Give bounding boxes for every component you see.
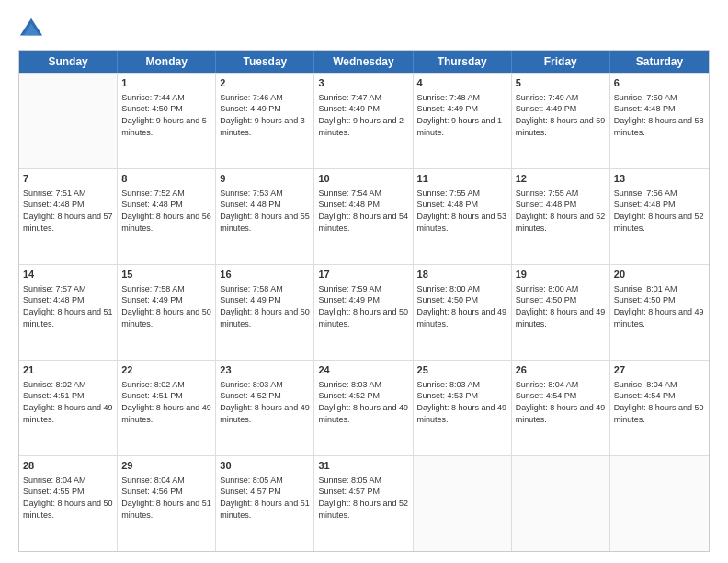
cell-details: Sunrise: 7:52 AMSunset: 4:48 PMDaylight:… [121,188,211,234]
day-number: 8 [121,172,211,186]
day-number: 29 [121,459,211,473]
cell-details: Sunrise: 7:49 AMSunset: 4:49 PMDaylight:… [516,92,606,138]
cal-cell-15: 15Sunrise: 7:58 AMSunset: 4:49 PMDayligh… [118,265,216,360]
day-number: 9 [220,172,310,186]
day-number: 2 [220,76,310,90]
cal-cell-8: 8Sunrise: 7:52 AMSunset: 4:48 PMDaylight… [118,169,216,264]
cell-details: Sunrise: 7:50 AMSunset: 4:48 PMDaylight:… [614,92,705,138]
cell-details: Sunrise: 8:00 AMSunset: 4:50 PMDaylight:… [516,283,606,329]
day-header-sunday: Sunday [19,51,118,73]
cell-details: Sunrise: 7:44 AMSunset: 4:50 PMDaylight:… [121,92,211,138]
cal-cell-empty-4-4 [414,456,512,551]
cal-cell-26: 26Sunrise: 8:04 AMSunset: 4:54 PMDayligh… [512,361,610,455]
cal-cell-31: 31Sunrise: 8:05 AMSunset: 4:57 PMDayligh… [314,456,413,551]
week-row-2: 7Sunrise: 7:51 AMSunset: 4:48 PMDaylight… [19,168,709,264]
cal-cell-29: 29Sunrise: 8:04 AMSunset: 4:56 PMDayligh… [118,456,216,551]
day-number: 7 [23,172,113,186]
cell-details: Sunrise: 8:03 AMSunset: 4:52 PMDaylight:… [318,379,408,425]
cal-cell-5: 5Sunrise: 7:49 AMSunset: 4:49 PMDaylight… [512,74,610,168]
cell-details: Sunrise: 8:04 AMSunset: 4:55 PMDaylight:… [23,475,113,521]
cell-details: Sunrise: 8:03 AMSunset: 4:53 PMDaylight:… [417,379,507,425]
cal-cell-28: 28Sunrise: 8:04 AMSunset: 4:55 PMDayligh… [19,456,118,551]
cal-cell-16: 16Sunrise: 7:58 AMSunset: 4:49 PMDayligh… [216,265,314,360]
cal-cell-19: 19Sunrise: 8:00 AMSunset: 4:50 PMDayligh… [512,265,610,360]
page: SundayMondayTuesdayWednesdayThursdayFrid… [0,0,728,563]
calendar-body: 1Sunrise: 7:44 AMSunset: 4:50 PMDaylight… [19,73,709,551]
day-header-monday: Monday [118,51,216,73]
cal-cell-12: 12Sunrise: 7:55 AMSunset: 4:48 PMDayligh… [512,169,610,264]
cell-details: Sunrise: 8:01 AMSunset: 4:50 PMDaylight:… [614,283,705,329]
day-number: 25 [417,363,507,377]
cell-details: Sunrise: 7:58 AMSunset: 4:49 PMDaylight:… [121,283,211,329]
cal-cell-24: 24Sunrise: 8:03 AMSunset: 4:52 PMDayligh… [314,361,413,455]
day-number: 6 [614,76,705,90]
day-number: 24 [318,363,408,377]
day-header-thursday: Thursday [414,51,512,73]
cal-cell-6: 6Sunrise: 7:50 AMSunset: 4:48 PMDaylight… [610,74,709,168]
cal-cell-17: 17Sunrise: 7:59 AMSunset: 4:49 PMDayligh… [314,265,413,360]
day-number: 30 [220,459,310,473]
cal-cell-empty-4-5 [512,456,610,551]
day-number: 23 [220,363,310,377]
cal-cell-21: 21Sunrise: 8:02 AMSunset: 4:51 PMDayligh… [19,361,118,455]
day-number: 17 [318,268,408,282]
cell-details: Sunrise: 8:04 AMSunset: 4:54 PMDaylight:… [516,379,606,425]
calendar: SundayMondayTuesdayWednesdayThursdayFrid… [18,50,710,552]
day-header-wednesday: Wednesday [314,51,413,73]
day-number: 11 [417,172,507,186]
day-number: 16 [220,268,310,282]
cal-cell-23: 23Sunrise: 8:03 AMSunset: 4:52 PMDayligh… [216,361,314,455]
cal-cell-empty-0-0 [19,74,118,168]
calendar-header: SundayMondayTuesdayWednesdayThursdayFrid… [19,51,709,73]
day-header-friday: Friday [512,51,610,73]
day-number: 10 [318,172,408,186]
day-number: 28 [23,459,113,473]
day-number: 14 [23,268,113,282]
cal-cell-11: 11Sunrise: 7:55 AMSunset: 4:48 PMDayligh… [414,169,512,264]
cal-cell-18: 18Sunrise: 8:00 AMSunset: 4:50 PMDayligh… [414,265,512,360]
cal-cell-20: 20Sunrise: 8:01 AMSunset: 4:50 PMDayligh… [610,265,709,360]
cal-cell-7: 7Sunrise: 7:51 AMSunset: 4:48 PMDaylight… [19,169,118,264]
cal-cell-22: 22Sunrise: 8:02 AMSunset: 4:51 PMDayligh… [118,361,216,455]
cell-details: Sunrise: 8:02 AMSunset: 4:51 PMDaylight:… [23,379,113,425]
cell-details: Sunrise: 8:04 AMSunset: 4:56 PMDaylight:… [121,475,211,521]
cal-cell-25: 25Sunrise: 8:03 AMSunset: 4:53 PMDayligh… [414,361,512,455]
day-header-tuesday: Tuesday [216,51,314,73]
cal-cell-13: 13Sunrise: 7:56 AMSunset: 4:48 PMDayligh… [610,169,709,264]
cal-cell-30: 30Sunrise: 8:05 AMSunset: 4:57 PMDayligh… [216,456,314,551]
cal-cell-4: 4Sunrise: 7:48 AMSunset: 4:49 PMDaylight… [414,74,512,168]
cell-details: Sunrise: 7:57 AMSunset: 4:48 PMDaylight:… [23,283,113,329]
day-number: 15 [121,268,211,282]
cal-cell-1: 1Sunrise: 7:44 AMSunset: 4:50 PMDaylight… [118,74,216,168]
day-number: 27 [614,363,705,377]
week-row-4: 21Sunrise: 8:02 AMSunset: 4:51 PMDayligh… [19,360,709,455]
cell-details: Sunrise: 7:56 AMSunset: 4:48 PMDaylight:… [614,188,705,234]
day-number: 12 [516,172,606,186]
week-row-5: 28Sunrise: 8:04 AMSunset: 4:55 PMDayligh… [19,455,709,551]
cell-details: Sunrise: 7:47 AMSunset: 4:49 PMDaylight:… [318,92,408,138]
day-number: 5 [516,76,606,90]
cal-cell-10: 10Sunrise: 7:54 AMSunset: 4:48 PMDayligh… [314,169,413,264]
cell-details: Sunrise: 7:48 AMSunset: 4:49 PMDaylight:… [417,92,507,138]
week-row-1: 1Sunrise: 7:44 AMSunset: 4:50 PMDaylight… [19,73,709,168]
cell-details: Sunrise: 7:58 AMSunset: 4:49 PMDaylight:… [220,283,310,329]
header [18,17,710,42]
cal-cell-2: 2Sunrise: 7:46 AMSunset: 4:49 PMDaylight… [216,74,314,168]
cell-details: Sunrise: 7:53 AMSunset: 4:48 PMDaylight:… [220,188,310,234]
cell-details: Sunrise: 7:55 AMSunset: 4:48 PMDaylight:… [516,188,606,234]
day-number: 22 [121,363,211,377]
cell-details: Sunrise: 8:00 AMSunset: 4:50 PMDaylight:… [417,283,507,329]
day-header-saturday: Saturday [610,51,709,73]
cell-details: Sunrise: 8:03 AMSunset: 4:52 PMDaylight:… [220,379,310,425]
cell-details: Sunrise: 7:46 AMSunset: 4:49 PMDaylight:… [220,92,310,138]
cell-details: Sunrise: 7:59 AMSunset: 4:49 PMDaylight:… [318,283,408,329]
cal-cell-empty-4-6 [610,456,709,551]
day-number: 3 [318,76,408,90]
cell-details: Sunrise: 7:54 AMSunset: 4:48 PMDaylight:… [318,188,408,234]
cal-cell-14: 14Sunrise: 7:57 AMSunset: 4:48 PMDayligh… [19,265,118,360]
day-number: 13 [614,172,705,186]
cal-cell-3: 3Sunrise: 7:47 AMSunset: 4:49 PMDaylight… [314,74,413,168]
cell-details: Sunrise: 8:05 AMSunset: 4:57 PMDaylight:… [318,475,408,521]
logo-icon [18,17,44,42]
day-number: 20 [614,268,705,282]
